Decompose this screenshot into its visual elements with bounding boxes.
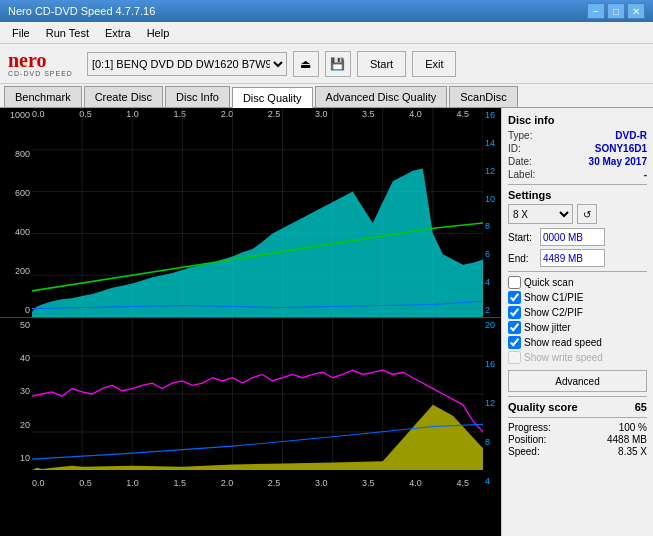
start-mb-row: Start: <box>508 228 647 246</box>
show-c1-checkbox[interactable] <box>508 291 521 304</box>
end-mb-label: End: <box>508 253 538 264</box>
save-icon-button[interactable]: 💾 <box>325 51 351 77</box>
charts-area: 1000 800 600 400 200 0 16 14 12 10 8 6 4… <box>0 108 501 536</box>
start-button[interactable]: Start <box>357 51 406 77</box>
nero-logo-text: nero <box>8 50 73 70</box>
quick-scan-label: Quick scan <box>524 277 573 288</box>
show-c1-label: Show C1/PIE <box>524 292 583 303</box>
quick-scan-row: Quick scan <box>508 276 647 289</box>
chart-bottom-svg <box>32 318 483 470</box>
show-jitter-checkbox[interactable] <box>508 321 521 334</box>
settings-title: Settings <box>508 189 647 201</box>
disc-label-value: - <box>644 169 647 180</box>
y-axis-left-bottom: 50 40 30 20 10 <box>0 318 32 488</box>
refresh-button[interactable]: ↺ <box>577 204 597 224</box>
minimize-button[interactable]: − <box>587 3 605 19</box>
main-content: 1000 800 600 400 200 0 16 14 12 10 8 6 4… <box>0 108 653 536</box>
show-c1-row: Show C1/PIE <box>508 291 647 304</box>
disc-id-value: SONY16D1 <box>595 143 647 154</box>
toolbar: nero CD-DVD SPEED [0:1] BENQ DVD DD DW16… <box>0 44 653 84</box>
show-write-speed-label: Show write speed <box>524 352 603 363</box>
disc-id-row: ID: SONY16D1 <box>508 143 647 154</box>
menu-bar: File Run Test Extra Help <box>0 22 653 44</box>
show-read-speed-checkbox[interactable] <box>508 336 521 349</box>
show-read-speed-row: Show read speed <box>508 336 647 349</box>
show-c2-checkbox[interactable] <box>508 306 521 319</box>
show-c2-label: Show C2/PIF <box>524 307 583 318</box>
end-mb-input[interactable] <box>540 249 605 267</box>
disc-type-row: Type: DVD-R <box>508 130 647 141</box>
progress-row: Progress: 100 % <box>508 422 647 433</box>
chart-bottom: 50 40 30 20 10 20 16 12 8 4 <box>0 318 501 488</box>
drive-select[interactable]: [0:1] BENQ DVD DD DW1620 B7W9 <box>87 52 287 76</box>
chart-bottom-inner <box>32 318 483 470</box>
y-axis-right-bottom: 20 16 12 8 4 <box>483 318 501 488</box>
menu-extra[interactable]: Extra <box>97 25 139 41</box>
advanced-button[interactable]: Advanced <box>508 370 647 392</box>
maximize-button[interactable]: □ <box>607 3 625 19</box>
chart-top: 1000 800 600 400 200 0 16 14 12 10 8 6 4… <box>0 108 501 318</box>
tab-create-disc[interactable]: Create Disc <box>84 86 163 107</box>
tab-disc-info[interactable]: Disc Info <box>165 86 230 107</box>
divider-2 <box>508 271 647 272</box>
tab-benchmark[interactable]: Benchmark <box>4 86 82 107</box>
show-write-speed-checkbox[interactable] <box>508 351 521 364</box>
chart-top-svg <box>32 108 483 317</box>
divider-3 <box>508 396 647 397</box>
exit-button[interactable]: Exit <box>412 51 456 77</box>
window-controls: − □ ✕ <box>587 3 645 19</box>
chart-top-inner <box>32 108 483 317</box>
disc-date-value: 30 May 2017 <box>589 156 647 167</box>
right-panel: Disc info Type: DVD-R ID: SONY16D1 Date:… <box>501 108 653 536</box>
quality-score-value: 65 <box>635 401 647 413</box>
quality-score-label: Quality score <box>508 401 578 413</box>
tab-advanced-disc-quality[interactable]: Advanced Disc Quality <box>315 86 448 107</box>
eject-icon-button[interactable]: ⏏ <box>293 51 319 77</box>
tabs-bar: Benchmark Create Disc Disc Info Disc Qua… <box>0 84 653 108</box>
menu-help[interactable]: Help <box>139 25 178 41</box>
speed-display-value: 8.35 X <box>618 446 647 457</box>
show-write-speed-row: Show write speed <box>508 351 647 364</box>
tab-disc-quality[interactable]: Disc Quality <box>232 87 313 108</box>
y-axis-right-top: 16 14 12 10 8 6 4 2 <box>483 108 501 317</box>
speed-row: 8 X 4 X 2 X 1 X ↺ <box>508 204 647 224</box>
position-value: 4488 MB <box>607 434 647 445</box>
speed-select[interactable]: 8 X 4 X 2 X 1 X <box>508 204 573 224</box>
progress-label: Progress: <box>508 422 551 433</box>
divider-4 <box>508 417 647 418</box>
start-mb-label: Start: <box>508 232 538 243</box>
show-jitter-label: Show jitter <box>524 322 571 333</box>
nero-logo-sub: CD-DVD SPEED <box>8 70 73 77</box>
nero-logo: nero CD-DVD SPEED <box>8 50 73 77</box>
disc-date-row: Date: 30 May 2017 <box>508 156 647 167</box>
menu-run-test[interactable]: Run Test <box>38 25 97 41</box>
position-label: Position: <box>508 434 546 445</box>
quality-score-row: Quality score 65 <box>508 401 647 413</box>
end-mb-row: End: <box>508 249 647 267</box>
app-title: Nero CD-DVD Speed 4.7.7.16 <box>8 5 587 17</box>
menu-file[interactable]: File <box>4 25 38 41</box>
title-bar: Nero CD-DVD Speed 4.7.7.16 − □ ✕ <box>0 0 653 22</box>
disc-type-label: Type: <box>508 130 532 141</box>
y-axis-left-top: 1000 800 600 400 200 0 <box>0 108 32 317</box>
disc-type-value: DVD-R <box>615 130 647 141</box>
start-mb-input[interactable] <box>540 228 605 246</box>
close-button[interactable]: ✕ <box>627 3 645 19</box>
divider-1 <box>508 184 647 185</box>
tab-scan-disc[interactable]: ScanDisc <box>449 86 517 107</box>
quick-scan-checkbox[interactable] <box>508 276 521 289</box>
progress-value: 100 % <box>619 422 647 433</box>
disc-date-label: Date: <box>508 156 532 167</box>
disc-label-label: Label: <box>508 169 535 180</box>
disc-info-title: Disc info <box>508 114 647 126</box>
speed-display-row: Speed: 8.35 X <box>508 446 647 457</box>
show-read-speed-label: Show read speed <box>524 337 602 348</box>
progress-section: Progress: 100 % Position: 4488 MB Speed:… <box>508 422 647 457</box>
speed-display-label: Speed: <box>508 446 540 457</box>
position-row: Position: 4488 MB <box>508 434 647 445</box>
show-c2-row: Show C2/PIF <box>508 306 647 319</box>
disc-id-label: ID: <box>508 143 521 154</box>
disc-label-row: Label: - <box>508 169 647 180</box>
show-jitter-row: Show jitter <box>508 321 647 334</box>
x-axis-bottom: 0.0 0.5 1.0 1.5 2.0 2.5 3.0 3.5 4.0 4.5 <box>0 477 501 488</box>
